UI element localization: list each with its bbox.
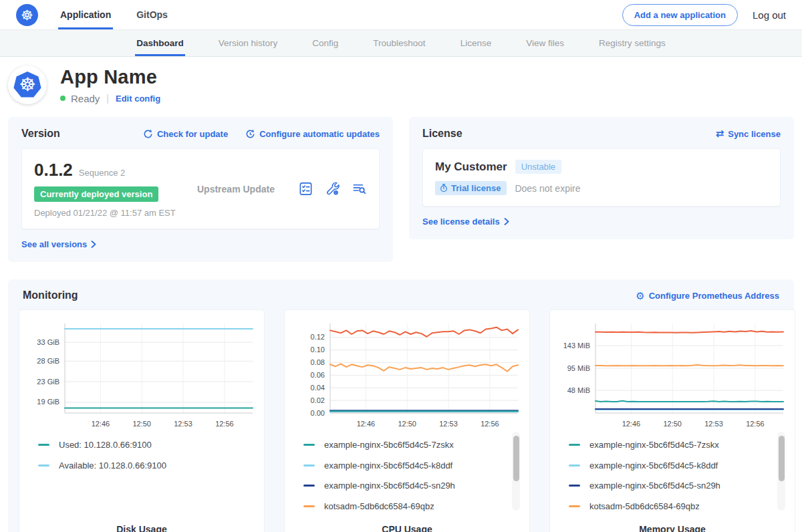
divider: | [106,93,109,104]
svg-text:12:56: 12:56 [215,420,234,428]
svg-text:48 MiB: 48 MiB [567,386,590,394]
svg-text:143 MiB: 143 MiB [563,342,590,350]
deployed-version-badge: Currently deployed version [34,186,158,202]
subnav-tab-license[interactable]: License [459,30,493,56]
disk-usage-chart: 33 GiB28 GiB23 GiB19 GiB12:4612:5012:531… [27,317,256,432]
legend-label: example-nginx-5bc6f5d4c5-sn29h [324,481,455,491]
ready-status-dot [60,96,65,101]
chart-title: Memory Usage [558,524,787,532]
svg-text:95 MiB: 95 MiB [567,364,590,372]
subnav-tab-registry-settings[interactable]: Registry settings [597,30,667,56]
brand-logo[interactable]: ☸ [16,0,38,29]
legend-scrollbar[interactable] [777,432,785,511]
add-application-button[interactable]: Add a new application [622,4,738,26]
legend-label: example-nginx-5bc6f5d4c5-k8ddf [589,460,718,471]
legend-item: Used: 10.128.0.66:9100 [38,440,256,450]
version-sequence: Sequence 2 [79,168,125,178]
legend-item: example-nginx-5bc6f5d4c5-7zskx [569,440,787,450]
legend-item: kotsadm-5db6dc6584-69qbz [303,501,521,511]
svg-text:0.04: 0.04 [311,384,325,392]
top-nav-bar: ☸ Application GitOps Add a new applicati… [0,0,802,30]
kubernetes-logo-icon: ☸ [16,4,38,26]
app-sub-nav: Dashboard Version history Config Trouble… [0,30,802,57]
subnav-tab-view-files[interactable]: View files [525,30,565,56]
legend-swatch [569,505,580,507]
version-number: 0.1.2 [34,160,73,180]
tab-gitops[interactable]: GitOps [134,0,170,29]
edit-config-link[interactable]: Edit config [116,94,160,104]
disk-usage-panel: 33 GiB28 GiB23 GiB19 GiB12:4612:5012:531… [19,309,265,532]
license-expiration: Does not expire [515,183,580,194]
svg-text:23 GiB: 23 GiB [37,378,59,386]
svg-text:12:53: 12:53 [174,420,192,428]
svg-text:19 GiB: 19 GiB [37,398,59,406]
app-status-text: Ready [71,93,100,104]
chevron-right-icon [91,241,96,248]
kubernetes-app-icon: ☸ [13,72,41,98]
version-source-label: Upstream Update [197,184,275,194]
svg-text:12:50: 12:50 [398,420,416,428]
scrollbar-thumb[interactable] [779,436,785,481]
license-card-title: License [422,128,462,140]
legend-item: kotsadm-5db6dc6584-69qbz [569,501,787,511]
configure-automatic-updates-link[interactable]: Configure automatic updates [245,129,380,139]
subnav-tab-version-history[interactable]: Version history [217,30,279,56]
legend-item: example-nginx-5bc6f5d4c5-sn29h [569,481,787,491]
legend-swatch [569,464,580,467]
legend-swatch [303,485,315,487]
svg-text:12:50: 12:50 [132,420,151,428]
svg-text:12:46: 12:46 [357,420,376,428]
legend-item: example-nginx-5bc6f5d4c5-sn29h [303,481,521,491]
license-panel: My Customer Unstable Trial license Does … [422,148,781,207]
subnav-tab-dashboard[interactable]: Dashboard [135,30,185,56]
monitoring-title: Monitoring [23,289,78,301]
svg-text:12:46: 12:46 [622,420,641,428]
legend-swatch [569,485,580,487]
legend-swatch [303,505,315,507]
config-wrench-icon[interactable] [325,181,340,196]
svg-text:12:56: 12:56 [746,420,765,428]
see-license-details-link[interactable]: See license details [422,217,509,227]
legend-scrollbar[interactable] [512,432,520,511]
legend-label: example-nginx-5bc6f5d4c5-k8ddf [324,460,452,471]
chevron-right-icon [504,218,509,225]
svg-text:0.02: 0.02 [311,396,325,404]
stopwatch-icon [440,184,448,192]
trial-license-badge: Trial license [435,181,507,195]
sync-license-link[interactable]: ⇄ Sync license [716,128,781,140]
subnav-tab-troubleshoot[interactable]: Troubleshoot [372,30,426,56]
configure-prometheus-link[interactable]: ⚙ Configure Prometheus Address [636,291,779,301]
legend-swatch [38,464,49,467]
svg-text:12:56: 12:56 [481,420,499,428]
logout-link[interactable]: Log out [753,9,786,21]
deployed-timestamp: Deployed 01/21/22 @ 11:57 am EST [34,208,176,218]
legend-label: example-nginx-5bc6f5d4c5-sn29h [589,481,720,491]
scrollbar-thumb[interactable] [513,436,519,481]
view-files-logs-icon[interactable] [352,181,367,196]
preflight-checks-icon[interactable] [298,181,313,196]
svg-text:12:53: 12:53 [439,420,458,428]
check-for-update-link[interactable]: Check for update [143,129,228,139]
current-version-panel: 0.1.2 Sequence 2 Currently deployed vers… [21,148,380,229]
svg-text:0.12: 0.12 [311,333,325,341]
tab-application[interactable]: Application [58,0,113,29]
legend-swatch [38,444,49,446]
gear-icon: ⚙ [636,291,644,301]
legend-label: kotsadm-5db6dc6584-69qbz [589,501,700,511]
see-all-versions-link[interactable]: See all versions [21,239,96,249]
svg-text:0.06: 0.06 [311,371,325,379]
version-card-title: Version [21,128,60,140]
legend-label: Used: 10.128.0.66:9100 [59,440,152,450]
legend-swatch [569,444,580,446]
legend-swatch [303,464,315,467]
legend-item: example-nginx-5bc6f5d4c5-k8ddf [303,460,521,471]
legend-label: Available: 10.128.0.66:9100 [59,460,166,471]
app-title: App Name [60,66,160,88]
version-card: Version Check for update Configure [8,117,393,262]
legend-item: example-nginx-5bc6f5d4c5-7zskx [303,440,521,450]
subnav-tab-config[interactable]: Config [311,30,340,56]
license-card: License ⇄ Sync license My Customer Unsta… [409,117,794,239]
svg-text:0.00: 0.00 [311,409,325,417]
monitoring-card: Monitoring ⚙ Configure Prometheus Addres… [8,279,794,532]
channel-badge: Unstable [515,160,561,174]
